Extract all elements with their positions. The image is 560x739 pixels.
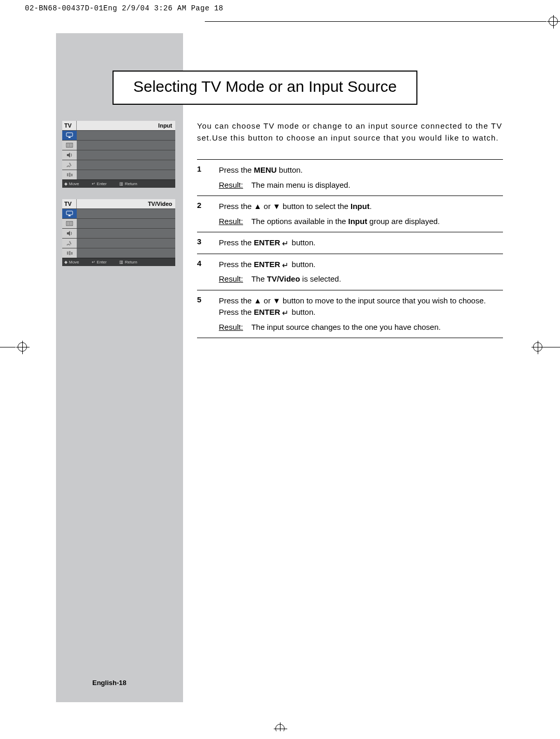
- move-hint: ◆ Move: [64, 260, 79, 264]
- setup-icon: [62, 248, 77, 258]
- step-4: 4 Press the ENTER button. Result: The TV…: [197, 254, 503, 290]
- result-label: Result:: [219, 273, 243, 285]
- crop-mark-bottom: [0, 721, 560, 731]
- result-label: Result:: [219, 322, 243, 333]
- step-number: 1: [197, 164, 204, 191]
- osd-row-input: [62, 130, 175, 140]
- channel-icon: [62, 239, 77, 248]
- svg-rect-19: [71, 252, 73, 255]
- return-hint: ▥ Return: [119, 182, 137, 186]
- step-number: 5: [197, 295, 204, 333]
- osd-selected: TV/Video: [77, 199, 175, 208]
- enter-icon: [280, 240, 289, 246]
- enter-icon: [280, 310, 289, 316]
- svg-rect-17: [67, 252, 68, 255]
- setup-icon: [62, 170, 77, 179]
- osd-footer: ◆ Move ↵ Enter ▥ Return: [62, 258, 175, 266]
- svg-rect-1: [68, 137, 71, 138]
- page-title-box: Selecting TV Mode or an Input Source: [113, 71, 417, 105]
- step-number: 2: [197, 201, 204, 227]
- picture-icon: [62, 141, 77, 150]
- channel-icon: [62, 160, 77, 170]
- osd-row-picture: [62, 140, 175, 150]
- sound-icon: [62, 229, 77, 238]
- picture-icon: [62, 219, 77, 228]
- step-3: 3 Press the ENTER button.: [197, 232, 503, 254]
- input-icon: [62, 131, 77, 140]
- enter-icon: [280, 262, 289, 268]
- osd-row-sound: [62, 228, 175, 238]
- osd-row-sound: [62, 150, 175, 160]
- step-1: 1 Press the MENU button. Result: The mai…: [197, 159, 503, 196]
- input-icon: [62, 209, 77, 218]
- step-5: 5 Press the ▲ or ▼ button to move to the…: [197, 290, 503, 339]
- svg-rect-8: [69, 173, 71, 177]
- intro-text: You can choose TV mode or change to an i…: [197, 120, 503, 144]
- move-hint: ◆ Move: [64, 182, 79, 186]
- crop-mark-right: [531, 342, 560, 352]
- svg-line-16: [69, 241, 71, 244]
- crop-mark-top: [0, 17, 560, 26]
- step-number: 3: [197, 237, 204, 249]
- osd-row-setup: [62, 248, 175, 258]
- print-header: 02-BN68-00437D-01Eng 2/9/04 3:26 AM Page…: [0, 0, 560, 17]
- step-2: 2 Press the ▲ or ▼ button to select the …: [197, 196, 503, 232]
- result-label: Result:: [219, 179, 243, 191]
- osd-row-picture: [62, 218, 175, 228]
- osd-row-channel: [62, 238, 175, 248]
- svg-rect-10: [66, 211, 73, 215]
- osd-title: TV: [62, 121, 77, 130]
- svg-rect-0: [66, 133, 73, 136]
- svg-rect-7: [67, 173, 68, 176]
- svg-line-6: [69, 163, 71, 166]
- result-label: Result:: [219, 216, 243, 228]
- content: You can choose TV mode or change to an i…: [197, 120, 503, 338]
- enter-hint: ↵ Enter: [92, 260, 107, 264]
- osd-row-setup: [62, 170, 175, 179]
- steps-list: 1 Press the MENU button. Result: The mai…: [197, 159, 503, 338]
- page-footer: English-18: [92, 679, 127, 687]
- osd-selected: Input: [77, 121, 175, 130]
- osd-row-input: [62, 208, 175, 218]
- osd-title: TV: [62, 199, 77, 208]
- page-title: Selecting TV Mode or an Input Source: [133, 78, 397, 95]
- svg-rect-18: [69, 251, 71, 255]
- return-hint: ▥ Return: [119, 260, 137, 264]
- enter-hint: ↵ Enter: [92, 182, 107, 186]
- osd-row-channel: [62, 160, 175, 170]
- svg-rect-9: [71, 174, 73, 176]
- crop-mark-left: [0, 342, 29, 352]
- osd-menu-input: TV Input: [62, 121, 175, 188]
- osd-footer: ◆ Move ↵ Enter ▥ Return: [62, 179, 175, 188]
- page: Selecting TV Mode or an Input Source TV …: [0, 26, 560, 731]
- osd-menu-tvvideo: TV TV/Video: [62, 199, 175, 266]
- svg-rect-11: [68, 215, 71, 216]
- sound-icon: [62, 150, 77, 160]
- step-number: 4: [197, 259, 204, 285]
